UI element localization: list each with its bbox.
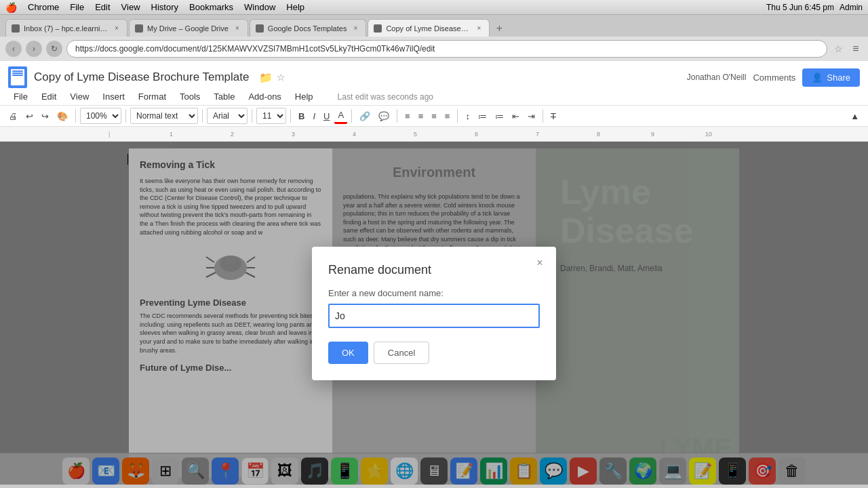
menu-item-insert[interactable]: Insert	[97, 89, 130, 104]
undo-button[interactable]: ↩	[22, 109, 37, 123]
zoom-select[interactable]: 100%	[80, 108, 121, 124]
tab-close-docs-templates[interactable]: ×	[351, 24, 360, 33]
docs-title-right: Jonathan O'Neill Comments 👤 Share	[687, 68, 860, 87]
dialog-ok-button[interactable]: OK	[328, 342, 368, 364]
separator-4	[252, 109, 252, 123]
tab-gmail-label: Inbox (7) – hpc.e.learning...	[24, 24, 108, 33]
menu-help[interactable]: Help	[286, 2, 304, 12]
share-icon: 👤	[812, 73, 823, 83]
insert-comment-button[interactable]: 💬	[375, 109, 393, 123]
menu-item-format[interactable]: Format	[133, 89, 172, 104]
bullet-list-button[interactable]: ≔	[475, 109, 490, 123]
separator-5	[290, 109, 291, 123]
insert-link-button[interactable]: 🔗	[356, 109, 374, 123]
separator-2	[125, 109, 126, 123]
browser-menu-icon[interactable]: ≡	[849, 42, 863, 56]
folder-icon[interactable]: 📁	[259, 71, 273, 84]
redo-button[interactable]: ↪	[38, 109, 52, 123]
menu-history[interactable]: History	[151, 2, 178, 12]
separator-7	[397, 109, 397, 123]
address-input[interactable]	[66, 40, 827, 58]
underline-button[interactable]: U	[320, 109, 333, 123]
browser-chrome: Inbox (7) – hpc.e.learning... × My Drive…	[0, 15, 868, 61]
separator-8	[457, 109, 458, 123]
mac-menubar: 🍎 Chrome File Edit View History Bookmark…	[0, 0, 868, 15]
share-button[interactable]: 👤 Share	[802, 68, 860, 87]
clear-format-button[interactable]: T̶	[547, 109, 559, 123]
menu-item-edit[interactable]: Edit	[36, 89, 62, 104]
format-collapse-button[interactable]: ▲	[847, 109, 863, 123]
increase-indent-button[interactable]: ⇥	[524, 109, 538, 123]
menu-item-tools[interactable]: Tools	[174, 89, 205, 104]
docs-format-bar: 🖨 ↩ ↪ 🎨 100% Normal text Arial 11 B I U …	[0, 105, 868, 127]
tab-drive[interactable]: My Drive – Google Drive ×	[129, 19, 248, 37]
menubar-time: Thu 5 Jun 6:45 pm	[766, 3, 834, 12]
docs-title-icons: 📁 ☆	[259, 71, 285, 84]
doc-area[interactable]: Removing a Tick It seems like everyone h…	[0, 142, 868, 485]
separator-6	[351, 109, 352, 123]
align-justify-button[interactable]: ≡	[441, 109, 454, 123]
font-size-select[interactable]: 11	[256, 108, 286, 124]
menu-item-help[interactable]: Help	[290, 89, 319, 104]
dialog-label: Enter a new document name:	[328, 288, 540, 298]
menubar-user: Admin	[840, 3, 863, 12]
align-left-button[interactable]: ≡	[401, 109, 414, 123]
paint-format-button[interactable]: 🎨	[54, 109, 71, 123]
tab-bar: Inbox (7) – hpc.e.learning... × My Drive…	[0, 15, 868, 37]
font-select[interactable]: Arial	[207, 108, 248, 124]
dialog-cancel-button[interactable]: Cancel	[374, 342, 429, 364]
dialog-buttons: OK Cancel	[328, 342, 540, 364]
tab-lyme-label: Copy of Lyme Disease Bro...	[386, 24, 470, 33]
menubar-right: Thu 5 Jun 6:45 pm Admin	[766, 3, 863, 12]
new-tab-button[interactable]: +	[491, 20, 507, 37]
style-select[interactable]: Normal text	[130, 108, 198, 124]
italic-button[interactable]: I	[309, 109, 319, 123]
menu-edit[interactable]: Edit	[95, 2, 110, 12]
ruler: | 1 2 3 4 5 6 7 8 9 10	[0, 127, 868, 142]
print-button[interactable]: 🖨	[5, 109, 21, 123]
docs-outer: Copy of Lyme Disease Brochure Template 📁…	[0, 61, 868, 127]
text-color-button[interactable]: A	[334, 108, 347, 124]
tab-close-drive[interactable]: ×	[233, 24, 242, 33]
menu-item-addons[interactable]: Add-ons	[243, 89, 286, 104]
apple-menu[interactable]: 🍎	[5, 2, 17, 13]
dialog-title: Rename document	[328, 263, 540, 277]
menu-chrome[interactable]: Chrome	[28, 2, 59, 12]
menu-view[interactable]: View	[121, 2, 140, 12]
tab-docs-templates[interactable]: Google Docs Templates ×	[250, 19, 367, 37]
menu-item-file[interactable]: File	[8, 89, 33, 104]
tab-favicon-gmail	[12, 24, 20, 33]
tab-lyme[interactable]: Copy of Lyme Disease Bro... ×	[368, 19, 490, 37]
bold-button[interactable]: B	[295, 109, 308, 123]
star-icon[interactable]: ☆	[277, 72, 285, 83]
rename-dialog: × Rename document Enter a new document n…	[312, 247, 556, 380]
bookmark-star-icon[interactable]: ☆	[831, 42, 845, 56]
back-button[interactable]: ‹	[5, 41, 22, 57]
docs-title-bar: Copy of Lyme Disease Brochure Template 📁…	[0, 61, 868, 88]
decrease-indent-button[interactable]: ⇤	[509, 109, 523, 123]
align-center-button[interactable]: ≡	[415, 109, 427, 123]
tab-favicon-docs-templates	[256, 24, 264, 33]
forward-button[interactable]: ›	[26, 41, 42, 57]
tab-close-gmail[interactable]: ×	[112, 24, 121, 33]
dialog-overlay: × Rename document Enter a new document n…	[0, 142, 868, 485]
dialog-close-button[interactable]: ×	[532, 255, 548, 271]
menu-window[interactable]: Window	[244, 2, 275, 12]
separator-9	[542, 109, 543, 123]
tab-favicon-drive	[135, 24, 143, 33]
document-title[interactable]: Copy of Lyme Disease Brochure Template	[34, 70, 250, 84]
tab-close-lyme[interactable]: ×	[474, 24, 484, 33]
share-label: Share	[827, 73, 850, 83]
comments-button[interactable]: Comments	[753, 73, 795, 83]
tab-gmail[interactable]: Inbox (7) – hpc.e.learning... ×	[5, 19, 127, 37]
menu-file[interactable]: File	[70, 2, 84, 12]
numbered-list-button[interactable]: ≔	[492, 109, 507, 123]
menu-item-view[interactable]: View	[64, 89, 94, 104]
menu-item-table[interactable]: Table	[208, 89, 240, 104]
rename-input[interactable]	[328, 304, 540, 328]
docs-save-status: Last edit was seconds ago	[332, 90, 439, 104]
refresh-button[interactable]: ↻	[46, 41, 62, 57]
menu-bookmarks[interactable]: Bookmarks	[189, 2, 233, 12]
line-spacing-button[interactable]: ↕	[462, 109, 473, 123]
align-right-button[interactable]: ≡	[428, 109, 440, 123]
